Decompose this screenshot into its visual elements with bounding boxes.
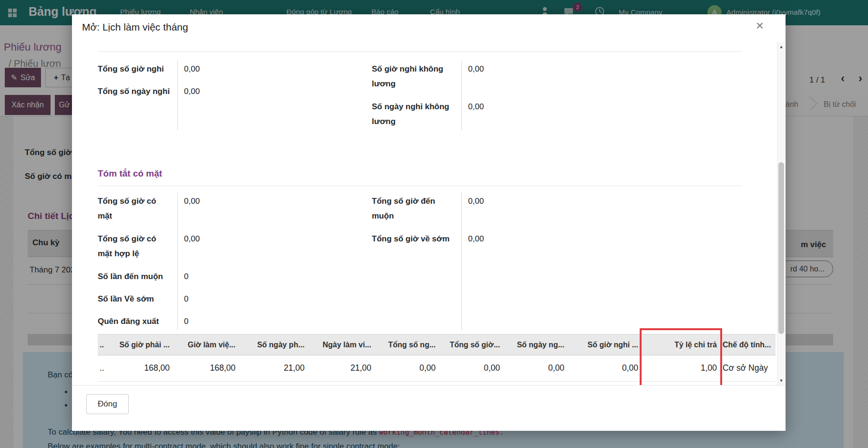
field-value: 0,00 bbox=[461, 99, 484, 129]
close-button[interactable]: Đóng bbox=[86, 394, 129, 414]
close-icon[interactable]: × bbox=[756, 19, 764, 32]
field-value: 0,00 bbox=[177, 194, 200, 224]
table-cell: Cơ sở Ngày bbox=[721, 355, 776, 381]
field-label: Tổng số giờ có mặt bbox=[98, 194, 177, 224]
leave-fields-right: Số giờ nghỉ không lương0,00Số ngày nghỉ … bbox=[372, 58, 677, 133]
field-row: Tổng số giờ đến muộn0,00 bbox=[372, 190, 677, 228]
table-cell: 168,00 bbox=[108, 355, 174, 381]
field-row: Số lần Về sớm0 bbox=[98, 288, 372, 310]
field-label: Số ngày nghỉ không lương bbox=[372, 99, 461, 129]
attendance-summary-groups: Tổng số giờ có mặt0,00Tổng số giờ có mặt… bbox=[98, 190, 760, 333]
field-row: Số giờ nghỉ không lương0,00 bbox=[372, 58, 677, 95]
attendance-fields-left: Tổng số giờ có mặt0,00Tổng số giờ có mặt… bbox=[98, 190, 372, 333]
field-label: Số lần đến muộn bbox=[98, 269, 177, 284]
field-label: Số giờ nghỉ không lương bbox=[372, 62, 461, 92]
field-row: Tổng số giờ có mặt hợp lệ0,00 bbox=[98, 228, 372, 265]
column-header[interactable]: Ngày làm vi... bbox=[308, 334, 375, 355]
table-cell: 0,00 bbox=[439, 355, 504, 381]
table-cell: 21,00 bbox=[239, 355, 308, 381]
field-value: 0,00 bbox=[177, 231, 200, 261]
field-row: Tổng số giờ về sớm0,00 bbox=[372, 228, 677, 250]
field-row: Quên đăng xuất0 bbox=[98, 310, 372, 333]
field-label: Tổng số giờ nghỉ bbox=[98, 62, 177, 76]
field-row: Số lần đến muộn0 bbox=[98, 265, 372, 288]
calendar-lines-table: ..Số giờ phải ...Giờ làm việ...Số ngày p… bbox=[98, 334, 776, 382]
field-label: Tổng số giờ về sớm bbox=[372, 231, 461, 246]
column-header[interactable]: .. bbox=[98, 334, 108, 355]
table-header-row: ..Số giờ phải ...Giờ làm việ...Số ngày p… bbox=[98, 334, 776, 355]
field-row: Số ngày nghỉ không lương0,00 bbox=[372, 95, 677, 133]
table-cell: 1,00 bbox=[642, 355, 721, 381]
table-body: ..168,00168,0021,0021,000,000,000,000,00… bbox=[98, 355, 776, 382]
field-label: Tổng số giờ đến muộn bbox=[372, 194, 461, 224]
table-row[interactable]: ..168,00168,0021,0021,000,000,000,000,00… bbox=[98, 355, 776, 382]
column-header[interactable]: Số giờ phải ... bbox=[108, 334, 174, 355]
modal-body: Tổng số giờ nghỉ0,00Tổng số ngày nghỉ0,0… bbox=[72, 42, 786, 385]
work-calendar-modal: Mở: Lịch làm việc tháng × Tổng số giờ ng… bbox=[72, 14, 786, 431]
table-cell: 168,00 bbox=[174, 355, 239, 381]
attendance-section-title: Tóm tắt có mặt bbox=[98, 168, 743, 186]
column-header[interactable]: Số ngày ng... bbox=[504, 334, 568, 355]
column-header[interactable]: Chế độ tính... bbox=[721, 334, 776, 355]
column-header[interactable]: Số ngày ph... bbox=[239, 334, 308, 355]
field-value: 0,00 bbox=[461, 62, 484, 92]
scroll-down-icon[interactable]: ▾ bbox=[777, 377, 785, 384]
field-label: Tổng số ngày nghỉ bbox=[98, 84, 177, 99]
table-cell: .. bbox=[98, 355, 108, 381]
field-value: 0 bbox=[177, 269, 188, 284]
field-row: Tổng số giờ có mặt0,00 bbox=[98, 190, 372, 228]
field-value: 0 bbox=[177, 292, 188, 306]
modal-header: Mở: Lịch làm việc tháng × bbox=[72, 14, 786, 42]
table-cell: 0,00 bbox=[504, 355, 568, 381]
field-row: Tổng số giờ nghỉ0,00 bbox=[98, 58, 372, 80]
table-cell: 0,00 bbox=[568, 355, 642, 381]
field-label: Tổng số giờ có mặt hợp lệ bbox=[98, 231, 177, 261]
column-header[interactable]: Tổng số ng... bbox=[375, 334, 439, 355]
field-label: Quên đăng xuất bbox=[98, 314, 177, 329]
field-value: 0,00 bbox=[461, 194, 484, 224]
column-header[interactable]: Tỷ lệ chi trả bbox=[642, 334, 721, 355]
column-header[interactable]: Số giờ nghỉ ... bbox=[568, 334, 642, 355]
modal-footer: Đóng bbox=[72, 385, 786, 431]
attendance-fields-right: Tổng số giờ đến muộn0,00Tổng số giờ về s… bbox=[372, 190, 677, 333]
column-header[interactable]: Tổng số giờ... bbox=[439, 334, 504, 355]
field-value: 0 bbox=[177, 314, 188, 329]
section-divider bbox=[98, 52, 743, 52]
field-value: 0,00 bbox=[461, 231, 484, 246]
leave-summary-groups: Tổng số giờ nghỉ0,00Tổng số ngày nghỉ0,0… bbox=[98, 58, 760, 133]
modal-scrollbar[interactable]: ▴ ▾ bbox=[777, 42, 785, 385]
column-header[interactable]: Giờ làm việ... bbox=[174, 334, 239, 355]
table-cell: 21,00 bbox=[308, 355, 375, 381]
modal-title: Mở: Lịch làm việc tháng bbox=[82, 21, 188, 33]
field-row: Tổng số ngày nghỉ0,00 bbox=[98, 80, 372, 103]
table-cell: 0,00 bbox=[375, 355, 439, 381]
scrollbar-thumb[interactable] bbox=[778, 162, 784, 334]
leave-fields-left: Tổng số giờ nghỉ0,00Tổng số ngày nghỉ0,0… bbox=[98, 58, 372, 133]
field-label: Số lần Về sớm bbox=[98, 292, 177, 306]
field-value: 0,00 bbox=[177, 84, 200, 99]
field-value: 0,00 bbox=[177, 62, 200, 76]
scroll-up-icon[interactable]: ▴ bbox=[777, 43, 785, 50]
